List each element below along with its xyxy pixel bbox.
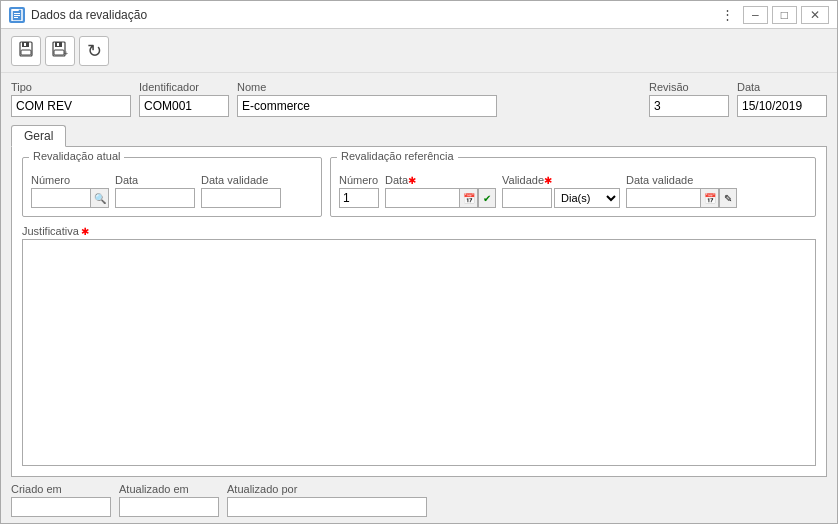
document-icon [9,7,25,23]
refresh-icon: ↻ [87,40,102,62]
save-as-button[interactable]: + [45,36,75,66]
ref-numero-input[interactable] [339,188,379,208]
close-button[interactable]: ✕ [801,6,829,24]
tipo-label: Tipo [11,81,131,93]
identificador-label: Identificador [139,81,229,93]
window-title: Dados da revalidação [31,8,147,22]
revalidacao-atual-group: Revalidação atual Número 🔍 Data [22,157,322,217]
refresh-button[interactable]: ↻ [79,36,109,66]
ref-data-validade-field: Data validade 📅 ✎ [626,174,737,208]
atualizado-por-label: Atualizado por [227,483,427,495]
atual-data-field: Data [115,174,195,208]
ref-numero-label: Número [339,174,379,186]
atualizado-em-label: Atualizado em [119,483,219,495]
svg-rect-12 [57,43,59,46]
tabs-area: Geral [1,121,837,146]
check-icon: ✔ [483,193,491,204]
ref-validade-group: Dia(s) Mês(es) Ano(s) [502,188,620,208]
revalidacao-referencia-legend: Revalidação referência [337,150,458,162]
more-options-button[interactable]: ⋮ [716,6,739,23]
maximize-button[interactable]: □ [772,6,797,24]
ref-numero-field: Número [339,174,379,208]
revalidacao-atual-content: Número 🔍 Data Data validade [31,168,313,208]
data-field: Data [737,81,827,117]
criado-em-label: Criado em [11,483,111,495]
identificador-input[interactable] [139,95,229,117]
atual-numero-label: Número [31,174,109,186]
svg-rect-3 [14,15,20,16]
title-bar-controls: ⋮ – □ ✕ [716,6,829,24]
ref-data-validade-calendar-btn[interactable]: 📅 [701,188,719,208]
footer-area: Criado em Atualizado em Atualizado por [1,477,837,523]
justificativa-required: ✱ [81,226,89,237]
save-as-icon: + [52,41,68,60]
main-content: Revalidação atual Número 🔍 Data [11,146,827,477]
ref-data-calendar-btn[interactable]: 📅 [460,188,478,208]
justificativa-label-row: Justificativa✱ [22,225,816,237]
ref-data-required: ✱ [408,175,416,186]
svg-rect-11 [54,50,64,55]
ref-data-validade-input-group: 📅 ✎ [626,188,737,208]
atual-numero-input[interactable] [31,188,91,208]
main-window: Dados da revalidação ⋮ – □ ✕ [0,0,838,524]
ref-data-validade-label: Data validade [626,174,737,186]
atual-data-input[interactable] [115,188,195,208]
justificativa-section: Justificativa✱ [22,225,816,466]
form-row: Tipo Identificador Nome Revisão Data [11,81,827,117]
atual-numero-search-btn[interactable]: 🔍 [91,188,109,208]
atual-data-validade-label: Data validade [201,174,281,186]
ref-data-input[interactable] [385,188,460,208]
ref-data-field: Data✱ 📅 ✔ [385,174,496,208]
save-icon [18,41,34,60]
ref-validade-field: Validade✱ Dia(s) Mês(es) Ano(s) [502,174,620,208]
calendar2-icon: 📅 [704,193,716,204]
calendar-icon: 📅 [463,193,475,204]
atual-data-validade-field: Data validade [201,174,281,208]
revisao-field: Revisão [649,81,729,117]
form-area: Tipo Identificador Nome Revisão Data [1,73,837,121]
svg-rect-8 [24,43,26,46]
atual-numero-input-group: 🔍 [31,188,109,208]
atual-numero-field: Número 🔍 [31,174,109,208]
tab-geral[interactable]: Geral [11,125,66,147]
title-bar-left: Dados da revalidação [9,7,147,23]
title-bar: Dados da revalidação ⋮ – □ ✕ [1,1,837,29]
minimize-button[interactable]: – [743,6,768,24]
ref-data-validade-input[interactable] [626,188,701,208]
svg-rect-2 [14,13,20,14]
ref-data-label: Data✱ [385,174,496,186]
nome-input[interactable] [237,95,497,117]
svg-rect-4 [14,17,18,18]
svg-text:+: + [64,50,68,57]
justificativa-label-text: Justificativa [22,225,79,237]
data-input[interactable] [737,95,827,117]
search-icon: 🔍 [94,193,106,204]
justificativa-textarea[interactable] [22,239,816,466]
revalidacao-referencia-content: Número Data✱ 📅 ✔ [339,168,807,208]
revisao-label: Revisão [649,81,729,93]
ref-validade-unit-select[interactable]: Dia(s) Mês(es) Ano(s) [554,188,620,208]
svg-rect-7 [21,50,31,55]
tipo-input[interactable] [11,95,131,117]
groups-row: Revalidação atual Número 🔍 Data [22,157,816,217]
atual-data-label: Data [115,174,195,186]
identificador-field: Identificador [139,81,229,117]
atualizado-em-input[interactable] [119,497,219,517]
atualizado-por-field: Atualizado por [227,483,427,517]
criado-em-input[interactable] [11,497,111,517]
atualizado-por-input[interactable] [227,497,427,517]
edit-icon: ✎ [724,193,732,204]
atualizado-em-field: Atualizado em [119,483,219,517]
toolbar: + ↻ [1,29,837,73]
ref-validade-input[interactable] [502,188,552,208]
atual-data-validade-input[interactable] [201,188,281,208]
data-label: Data [737,81,827,93]
tipo-field: Tipo [11,81,131,117]
revisao-input[interactable] [649,95,729,117]
ref-data-validade-edit-btn[interactable]: ✎ [719,188,737,208]
ref-data-check-btn[interactable]: ✔ [478,188,496,208]
ref-validade-required: ✱ [544,175,552,186]
save-button[interactable] [11,36,41,66]
revalidacao-atual-legend: Revalidação atual [29,150,124,162]
ref-validade-label: Validade✱ [502,174,620,186]
